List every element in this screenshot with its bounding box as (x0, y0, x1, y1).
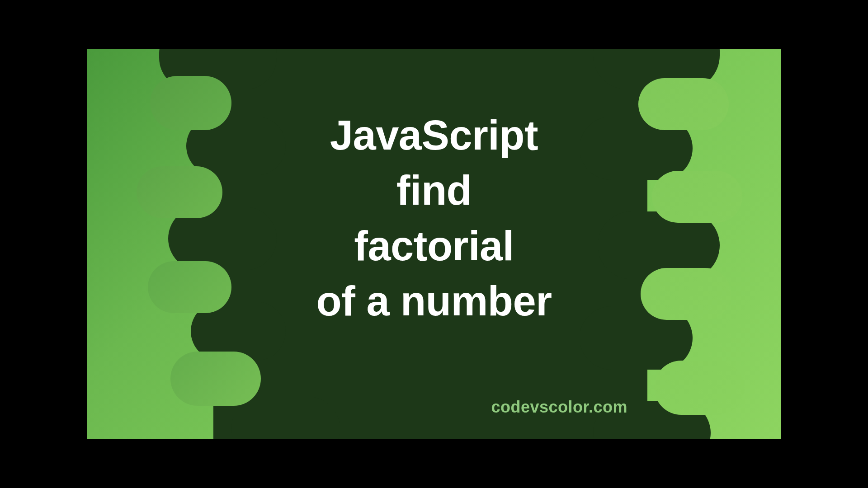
cutout-shape-right (654, 361, 745, 415)
title-container: JavaScript find factorial of a number (87, 108, 781, 328)
title-line: find (87, 163, 781, 218)
banner-title: JavaScript find factorial of a number (87, 108, 781, 328)
watermark-text: codevscolor.com (491, 398, 627, 417)
title-line: JavaScript (87, 108, 781, 163)
cutout-shape-left (170, 352, 261, 406)
blob-shape-left (231, 397, 340, 439)
title-line: factorial (87, 218, 781, 273)
title-line: of a number (87, 273, 781, 328)
banner-graphic: JavaScript find factorial of a number co… (87, 49, 781, 439)
